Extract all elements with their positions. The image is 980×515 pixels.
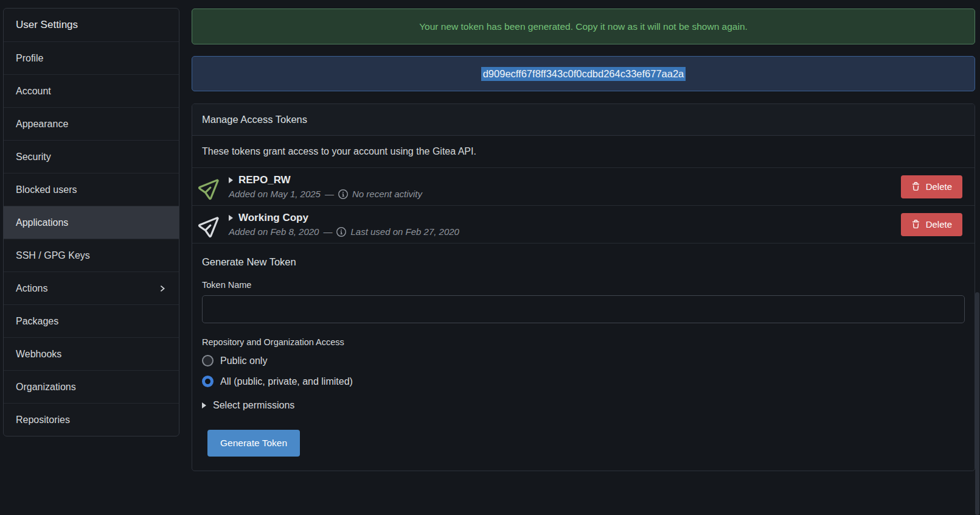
meta-separator: — [325, 189, 334, 199]
token-activity: No recent activity [352, 189, 422, 199]
sidebar-title-label: User Settings [16, 19, 78, 31]
select-permissions-toggle[interactable]: Select permissions [202, 400, 965, 411]
delete-button-label: Delete [926, 219, 952, 229]
delete-token-button[interactable]: Delete [901, 213, 962, 236]
manage-tokens-panel: Manage Access Tokens These tokens grant … [192, 103, 975, 471]
expand-triangle-icon [202, 402, 206, 408]
token-added-date: Added on May 1, 2025 [229, 189, 321, 199]
sidebar-item-appearance[interactable]: Appearance [4, 107, 179, 140]
delete-token-button[interactable]: Delete [901, 175, 962, 198]
token-activity: Last used on Feb 27, 2020 [350, 226, 459, 237]
repo-org-access-label: Repository and Organization Access [202, 337, 965, 347]
sidebar-item-repositories[interactable]: Repositories [4, 403, 179, 436]
token-name-input[interactable] [202, 295, 965, 323]
expand-triangle-icon[interactable] [229, 215, 233, 221]
sidebar-item-applications[interactable]: Applications [4, 206, 179, 239]
sidebar-item-account[interactable]: Account [4, 74, 179, 107]
panel-title: Manage Access Tokens [192, 104, 975, 136]
token-row: Working Copy Added on Feb 8, 2020 — Last… [192, 206, 975, 243]
generate-token-section: Generate New Token Token Name Repository… [192, 243, 975, 471]
paper-airplane-icon [196, 172, 226, 201]
token-meta: Added on May 1, 2025 — No recent activit… [229, 189, 894, 199]
flash-message: Your new token has been generated. Copy … [419, 21, 748, 32]
trash-icon [911, 182, 920, 191]
main-content: Your new token has been generated. Copy … [192, 9, 975, 471]
token-name: Working Copy [238, 212, 308, 224]
radio-option-all[interactable]: All (public, private, and limited) [202, 376, 965, 387]
sidebar-item-webhooks[interactable]: Webhooks [4, 337, 179, 370]
select-permissions-label: Select permissions [213, 400, 294, 411]
sidebar-item-security[interactable]: Security [4, 140, 179, 173]
sidebar-item-organizations[interactable]: Organizations [4, 370, 179, 403]
generate-section-title: Generate New Token [202, 256, 965, 268]
radio-selected-icon[interactable] [202, 376, 214, 387]
sidebar-item-actions[interactable]: Actions [4, 272, 179, 304]
token-row: REPO_RW Added on May 1, 2025 — No recent… [192, 168, 975, 206]
radio-option-label: Public only [220, 356, 267, 366]
token-added-date: Added on Feb 8, 2020 [229, 226, 319, 237]
page-scrollbar[interactable] [975, 292, 979, 515]
panel-description: These tokens grant access to your accoun… [192, 136, 975, 168]
sidebar-item-profile[interactable]: Profile [4, 41, 179, 74]
token-name: REPO_RW [238, 174, 291, 186]
delete-button-label: Delete [926, 181, 952, 192]
radio-option-label: All (public, private, and limited) [220, 376, 353, 387]
token-meta: Added on Feb 8, 2020 — Last used on Feb … [229, 226, 894, 237]
token-name-label: Token Name [202, 280, 965, 290]
paper-airplane-icon [196, 209, 226, 239]
settings-sidebar: User Settings Profile Account Appearance… [3, 8, 179, 436]
chevron-right-icon [158, 284, 167, 293]
info-icon [336, 227, 346, 237]
info-icon [338, 189, 348, 199]
sidebar-item-ssh-gpg-keys[interactable]: SSH / GPG Keys [4, 239, 179, 272]
token-value-selected[interactable]: d909ecff67f8ff343c0f0cdbd264c33ef677aa2a [481, 67, 686, 81]
flash-success-banner: Your new token has been generated. Copy … [192, 9, 975, 44]
sidebar-item-blocked-users[interactable]: Blocked users [4, 173, 179, 206]
token-info: REPO_RW Added on May 1, 2025 — No recent… [229, 174, 894, 199]
token-name-line[interactable]: REPO_RW [229, 174, 894, 186]
radio-option-public-only[interactable]: Public only [202, 355, 965, 366]
sidebar-item-packages[interactable]: Packages [4, 304, 179, 337]
sidebar-title: User Settings [4, 9, 179, 41]
radio-unselected-icon[interactable] [202, 355, 214, 366]
meta-separator: — [323, 226, 332, 237]
expand-triangle-icon[interactable] [229, 177, 233, 183]
new-token-display[interactable]: d909ecff67f8ff343c0f0cdbd264c33ef677aa2a [192, 56, 975, 91]
token-name-line[interactable]: Working Copy [229, 212, 894, 224]
generate-token-button[interactable]: Generate Token [207, 430, 300, 457]
token-info: Working Copy Added on Feb 8, 2020 — Last… [229, 212, 894, 237]
trash-icon [911, 220, 920, 229]
